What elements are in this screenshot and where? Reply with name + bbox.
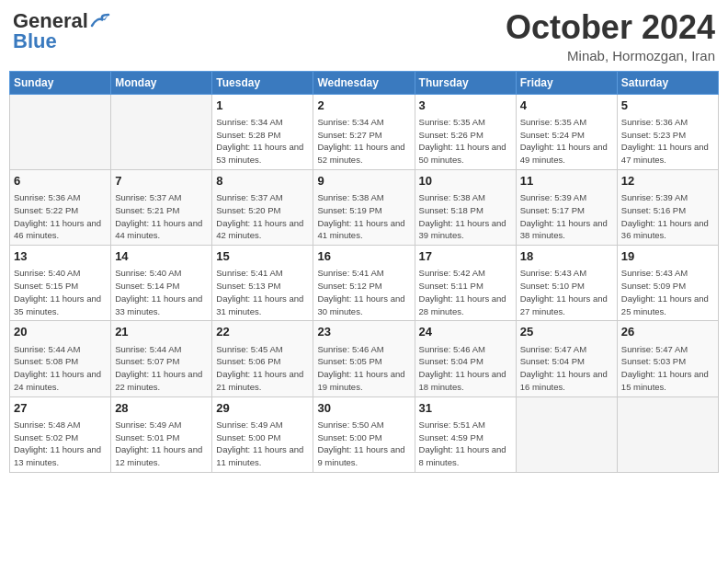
day-info: Sunrise: 5:38 AMSunset: 5:19 PMDaylight:… bbox=[317, 191, 410, 242]
day-info: Sunrise: 5:47 AMSunset: 5:03 PMDaylight:… bbox=[621, 343, 714, 394]
calendar-cell: 14Sunrise: 5:40 AMSunset: 5:14 PMDayligh… bbox=[111, 246, 212, 321]
calendar-week-5: 27Sunrise: 5:48 AMSunset: 5:02 PMDayligh… bbox=[10, 396, 719, 472]
day-number: 13 bbox=[14, 248, 107, 265]
calendar-cell: 10Sunrise: 5:38 AMSunset: 5:18 PMDayligh… bbox=[415, 169, 516, 245]
calendar-cell: 28Sunrise: 5:49 AMSunset: 5:01 PMDayligh… bbox=[111, 396, 212, 472]
day-info: Sunrise: 5:37 AMSunset: 5:20 PMDaylight:… bbox=[216, 191, 309, 242]
day-info: Sunrise: 5:43 AMSunset: 5:09 PMDaylight:… bbox=[621, 267, 714, 317]
day-number: 24 bbox=[419, 324, 512, 340]
calendar-cell: 12Sunrise: 5:39 AMSunset: 5:16 PMDayligh… bbox=[617, 169, 718, 245]
day-number: 9 bbox=[317, 173, 410, 190]
calendar-table: SundayMondayTuesdayWednesdayThursdayFrid… bbox=[9, 71, 719, 473]
calendar-cell: 23Sunrise: 5:46 AMSunset: 5:05 PMDayligh… bbox=[313, 321, 415, 396]
calendar-cell bbox=[10, 94, 111, 169]
day-info: Sunrise: 5:40 AMSunset: 5:15 PMDaylight:… bbox=[14, 267, 107, 317]
day-number: 21 bbox=[115, 324, 208, 340]
page-header: General Blue October 2024 Minab, Hormozg… bbox=[9, 9, 719, 63]
calendar-cell: 31Sunrise: 5:51 AMSunset: 4:59 PMDayligh… bbox=[415, 396, 516, 472]
logo: General Blue bbox=[13, 9, 110, 53]
calendar-cell: 5Sunrise: 5:36 AMSunset: 5:23 PMDaylight… bbox=[617, 94, 718, 169]
day-info: Sunrise: 5:38 AMSunset: 5:18 PMDaylight:… bbox=[419, 191, 512, 242]
calendar-cell bbox=[111, 94, 212, 169]
day-number: 11 bbox=[520, 173, 613, 190]
calendar-cell: 19Sunrise: 5:43 AMSunset: 5:09 PMDayligh… bbox=[617, 246, 718, 321]
weekday-header-monday: Monday bbox=[111, 71, 212, 94]
day-number: 16 bbox=[317, 248, 410, 265]
day-number: 28 bbox=[115, 400, 208, 417]
calendar-cell: 22Sunrise: 5:45 AMSunset: 5:06 PMDayligh… bbox=[212, 321, 313, 396]
day-info: Sunrise: 5:34 AMSunset: 5:28 PMDaylight:… bbox=[216, 116, 309, 167]
day-info: Sunrise: 5:51 AMSunset: 4:59 PMDaylight:… bbox=[419, 419, 512, 469]
day-info: Sunrise: 5:36 AMSunset: 5:22 PMDaylight:… bbox=[14, 191, 107, 242]
day-info: Sunrise: 5:43 AMSunset: 5:10 PMDaylight:… bbox=[520, 267, 613, 317]
day-number: 3 bbox=[419, 98, 512, 114]
logo-bird-icon bbox=[90, 13, 110, 29]
day-number: 18 bbox=[520, 248, 613, 265]
calendar-cell: 24Sunrise: 5:46 AMSunset: 5:04 PMDayligh… bbox=[415, 321, 516, 396]
title-area: October 2024 Minab, Hormozgan, Iran bbox=[506, 9, 715, 63]
day-info: Sunrise: 5:46 AMSunset: 5:04 PMDaylight:… bbox=[419, 343, 512, 394]
calendar-cell: 26Sunrise: 5:47 AMSunset: 5:03 PMDayligh… bbox=[617, 321, 718, 396]
calendar-cell: 11Sunrise: 5:39 AMSunset: 5:17 PMDayligh… bbox=[516, 169, 617, 245]
day-info: Sunrise: 5:34 AMSunset: 5:27 PMDaylight:… bbox=[317, 116, 410, 167]
calendar-cell: 13Sunrise: 5:40 AMSunset: 5:15 PMDayligh… bbox=[10, 246, 111, 321]
day-number: 19 bbox=[621, 248, 714, 265]
day-info: Sunrise: 5:35 AMSunset: 5:24 PMDaylight:… bbox=[520, 116, 613, 167]
calendar-body: 1Sunrise: 5:34 AMSunset: 5:28 PMDaylight… bbox=[10, 94, 719, 472]
calendar-cell: 16Sunrise: 5:41 AMSunset: 5:12 PMDayligh… bbox=[313, 246, 415, 321]
day-info: Sunrise: 5:50 AMSunset: 5:00 PMDaylight:… bbox=[317, 419, 410, 469]
calendar-cell: 17Sunrise: 5:42 AMSunset: 5:11 PMDayligh… bbox=[415, 246, 516, 321]
weekday-header-sunday: Sunday bbox=[10, 71, 111, 94]
day-info: Sunrise: 5:48 AMSunset: 5:02 PMDaylight:… bbox=[14, 419, 107, 469]
day-number: 5 bbox=[621, 98, 714, 114]
day-number: 1 bbox=[216, 98, 309, 114]
day-info: Sunrise: 5:39 AMSunset: 5:17 PMDaylight:… bbox=[520, 191, 613, 242]
day-number: 7 bbox=[115, 173, 208, 190]
day-number: 8 bbox=[216, 173, 309, 190]
calendar-cell: 29Sunrise: 5:49 AMSunset: 5:00 PMDayligh… bbox=[212, 396, 313, 472]
day-info: Sunrise: 5:46 AMSunset: 5:05 PMDaylight:… bbox=[317, 343, 410, 394]
calendar-cell: 2Sunrise: 5:34 AMSunset: 5:27 PMDaylight… bbox=[313, 94, 415, 169]
day-number: 2 bbox=[317, 98, 410, 114]
day-number: 12 bbox=[621, 173, 714, 190]
day-info: Sunrise: 5:35 AMSunset: 5:26 PMDaylight:… bbox=[419, 116, 512, 167]
calendar-week-4: 20Sunrise: 5:44 AMSunset: 5:08 PMDayligh… bbox=[10, 321, 719, 396]
day-info: Sunrise: 5:44 AMSunset: 5:07 PMDaylight:… bbox=[115, 343, 208, 394]
day-info: Sunrise: 5:41 AMSunset: 5:13 PMDaylight:… bbox=[216, 267, 309, 317]
weekday-header-saturday: Saturday bbox=[617, 71, 718, 94]
calendar-week-1: 1Sunrise: 5:34 AMSunset: 5:28 PMDaylight… bbox=[10, 94, 719, 169]
day-info: Sunrise: 5:44 AMSunset: 5:08 PMDaylight:… bbox=[14, 343, 107, 394]
day-info: Sunrise: 5:49 AMSunset: 5:01 PMDaylight:… bbox=[115, 419, 208, 469]
day-info: Sunrise: 5:40 AMSunset: 5:14 PMDaylight:… bbox=[115, 267, 208, 317]
day-number: 6 bbox=[14, 173, 107, 190]
calendar-cell bbox=[617, 396, 718, 472]
calendar-cell: 6Sunrise: 5:36 AMSunset: 5:22 PMDaylight… bbox=[10, 169, 111, 245]
day-number: 10 bbox=[419, 173, 512, 190]
calendar-cell: 1Sunrise: 5:34 AMSunset: 5:28 PMDaylight… bbox=[212, 94, 313, 169]
day-info: Sunrise: 5:41 AMSunset: 5:12 PMDaylight:… bbox=[317, 267, 410, 317]
day-number: 30 bbox=[317, 400, 410, 417]
day-number: 17 bbox=[419, 248, 512, 265]
weekday-header-wednesday: Wednesday bbox=[313, 71, 415, 94]
day-info: Sunrise: 5:49 AMSunset: 5:00 PMDaylight:… bbox=[216, 419, 309, 469]
day-info: Sunrise: 5:45 AMSunset: 5:06 PMDaylight:… bbox=[216, 343, 309, 394]
day-info: Sunrise: 5:47 AMSunset: 5:04 PMDaylight:… bbox=[520, 343, 613, 394]
calendar-cell: 30Sunrise: 5:50 AMSunset: 5:00 PMDayligh… bbox=[313, 396, 415, 472]
calendar-cell: 7Sunrise: 5:37 AMSunset: 5:21 PMDaylight… bbox=[111, 169, 212, 245]
day-number: 14 bbox=[115, 248, 208, 265]
month-title: October 2024 bbox=[506, 9, 715, 46]
day-number: 22 bbox=[216, 324, 309, 340]
weekday-header-row: SundayMondayTuesdayWednesdayThursdayFrid… bbox=[10, 71, 719, 94]
calendar-week-3: 13Sunrise: 5:40 AMSunset: 5:15 PMDayligh… bbox=[10, 246, 719, 321]
calendar-cell: 18Sunrise: 5:43 AMSunset: 5:10 PMDayligh… bbox=[516, 246, 617, 321]
logo-blue: Blue bbox=[13, 29, 57, 53]
day-info: Sunrise: 5:36 AMSunset: 5:23 PMDaylight:… bbox=[621, 116, 714, 167]
weekday-header-thursday: Thursday bbox=[415, 71, 516, 94]
calendar-cell: 9Sunrise: 5:38 AMSunset: 5:19 PMDaylight… bbox=[313, 169, 415, 245]
calendar-cell bbox=[516, 396, 617, 472]
calendar-week-2: 6Sunrise: 5:36 AMSunset: 5:22 PMDaylight… bbox=[10, 169, 719, 245]
weekday-header-friday: Friday bbox=[516, 71, 617, 94]
day-number: 29 bbox=[216, 400, 309, 417]
day-number: 25 bbox=[520, 324, 613, 340]
calendar-cell: 4Sunrise: 5:35 AMSunset: 5:24 PMDaylight… bbox=[516, 94, 617, 169]
